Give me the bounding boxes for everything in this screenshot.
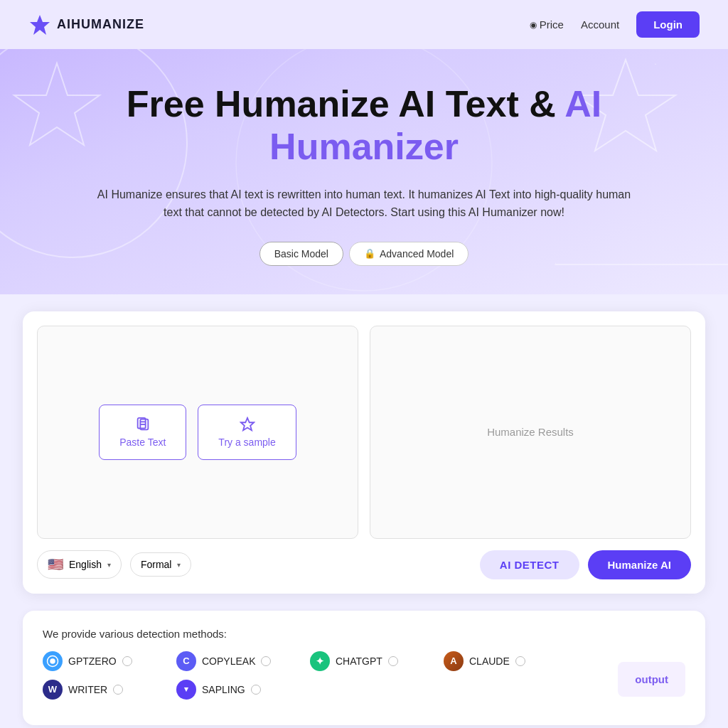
copyleak-label: COPYLEAK <box>202 655 255 667</box>
input-panel[interactable]: Paste Text Try a sample <box>37 326 358 539</box>
hero-section: Free Humanize AI Text & AI Humanizer AI … <box>0 49 728 294</box>
detector-copyleak: C COPYLEAK <box>176 651 304 671</box>
writer-radio[interactable] <box>113 685 123 695</box>
nav-right: ◉ Price Account Login <box>530 11 700 38</box>
copyleak-radio[interactable] <box>261 656 271 666</box>
chevron-down-icon: ▾ <box>107 561 111 569</box>
model-tabs: Basic Model 🔒 Advanced Model <box>14 242 714 266</box>
claude-radio[interactable] <box>515 656 525 666</box>
chatgpt-radio[interactable] <box>388 656 398 666</box>
chatgpt-icon: ✦ <box>310 651 330 671</box>
login-button[interactable]: Login <box>636 11 700 38</box>
gptzero-icon <box>43 651 63 671</box>
chevron-down-icon-style: ▾ <box>177 561 181 569</box>
output-placeholder: Humanize Results <box>487 426 574 438</box>
main-card: Paste Text Try a sample Humanize Results… <box>23 311 705 594</box>
logo-text: AIHUMANIZE <box>57 17 144 32</box>
paste-icon <box>135 417 151 432</box>
logo-icon <box>28 14 51 36</box>
editor-row: Paste Text Try a sample Humanize Results <box>37 326 691 539</box>
detector-claude: A CLAUDE <box>444 651 572 671</box>
chatgpt-label: CHATGPT <box>336 655 382 667</box>
writer-icon: W <box>43 680 63 700</box>
claude-icon: A <box>444 651 464 671</box>
copyleak-icon: C <box>176 651 196 671</box>
style-select[interactable]: Formal ▾ <box>130 552 192 577</box>
detector-chatgpt: ✦ CHATGPT <box>310 651 438 671</box>
star-icon <box>240 417 255 432</box>
header: AIHUMANIZE ◉ Price Account Login <box>0 0 728 49</box>
detector-writer: W WRITER <box>43 680 171 700</box>
flag-icon: 🇺🇸 <box>48 557 63 572</box>
logo[interactable]: AIHUMANIZE <box>28 14 144 36</box>
svg-marker-8 <box>240 418 253 430</box>
humanize-button[interactable]: Humanize AI <box>588 550 691 579</box>
hero-title: Free Humanize AI Text & AI Humanizer <box>14 83 714 168</box>
detector-gptzero: GPTZERO <box>43 651 171 671</box>
controls-row: 🇺🇸 English ▾ Formal ▾ AI DETECT Humanize… <box>37 550 691 579</box>
writer-label: WRITER <box>68 684 107 695</box>
tab-basic-model[interactable]: Basic Model <box>259 242 343 266</box>
hero-subtitle: AI Humanize ensures that AI text is rewr… <box>94 186 634 222</box>
paste-text-button[interactable]: Paste Text <box>99 405 186 460</box>
detectors-list: GPTZERO C COPYLEAK ✦ CHATGPT A CLAUDE W … <box>43 651 618 708</box>
output-badge: output <box>618 662 685 697</box>
detection-section: We provide various detection methods: GP… <box>23 611 705 725</box>
gptzero-radio[interactable] <box>122 656 132 666</box>
detection-title: We provide various detection methods: <box>43 628 685 640</box>
price-icon: ◉ <box>530 20 537 30</box>
action-buttons: AI DETECT Humanize AI <box>480 550 691 579</box>
claude-label: CLAUDE <box>469 655 510 667</box>
sapling-radio[interactable] <box>251 685 261 695</box>
output-panel: Humanize Results <box>370 326 691 539</box>
gptzero-label: GPTZERO <box>68 655 117 667</box>
nav-price[interactable]: ◉ Price <box>530 18 564 31</box>
ai-detect-button[interactable]: AI DETECT <box>480 550 579 579</box>
sapling-icon: ▾ <box>176 680 196 700</box>
tab-advanced-model[interactable]: 🔒 Advanced Model <box>349 242 469 266</box>
language-select[interactable]: 🇺🇸 English ▾ <box>37 550 122 579</box>
svg-marker-0 <box>30 15 50 35</box>
nav-account[interactable]: Account <box>581 18 619 31</box>
try-sample-button[interactable]: Try a sample <box>198 405 296 460</box>
detector-sapling: ▾ SAPLING <box>176 680 304 700</box>
svg-point-10 <box>50 658 55 664</box>
lock-icon: 🔒 <box>364 248 375 259</box>
sapling-label: SAPLING <box>202 684 245 695</box>
input-actions: Paste Text Try a sample <box>99 405 296 460</box>
